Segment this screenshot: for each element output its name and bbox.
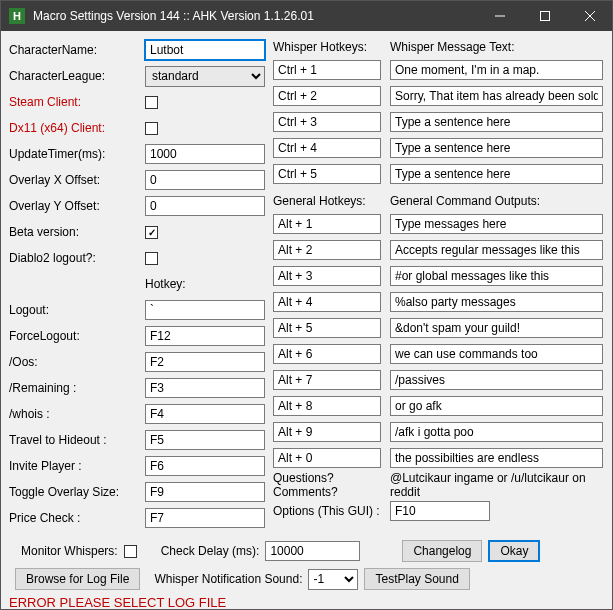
general-output-5[interactable] (390, 318, 603, 338)
general-outputs-header: General Command Outputs: (390, 191, 604, 211)
whisper-message-1[interactable] (390, 60, 603, 80)
whisper-message-5[interactable] (390, 164, 603, 184)
whisper-hotkey-4[interactable] (273, 138, 381, 158)
hotkeys-column: Whisper Hotkeys: General Hotkeys: Questi… (273, 37, 382, 531)
whisper-message-3[interactable] (390, 112, 603, 132)
testplay-sound-button[interactable]: TestPlay Sound (364, 568, 469, 590)
left-column: CharacterName: CharacterLeague:standard … (9, 37, 265, 531)
general-hotkey-6[interactable] (273, 344, 381, 364)
window-title: Macro Settings Version 144 :: AHK Versio… (33, 9, 477, 23)
travel-hideout-input[interactable] (145, 430, 265, 450)
general-hotkey-1[interactable] (273, 214, 381, 234)
whisper-hotkeys-header: Whisper Hotkeys: (273, 37, 382, 57)
titlebar: H Macro Settings Version 144 :: AHK Vers… (1, 1, 612, 31)
check-delay-label: Check Delay (ms): (161, 544, 260, 558)
window-controls (477, 1, 612, 31)
beta-version-checkbox[interactable] (145, 226, 158, 239)
dx11-client-checkbox[interactable] (145, 122, 158, 135)
toggle-overlay-input[interactable] (145, 482, 265, 502)
whisper-hotkey-1[interactable] (273, 60, 381, 80)
general-output-8[interactable] (390, 396, 603, 416)
invite-player-label: Invite Player : (9, 459, 145, 473)
overlay-x-label: Overlay X Offset: (9, 173, 145, 187)
general-output-6[interactable] (390, 344, 603, 364)
general-hotkey-9[interactable] (273, 422, 381, 442)
whisper-sound-select[interactable]: -1 (308, 569, 358, 590)
character-league-label: CharacterLeague: (9, 69, 145, 83)
options-gui-label: Options (This GUI) : (273, 501, 382, 521)
check-delay-input[interactable] (265, 541, 360, 561)
logout-label: Logout: (9, 303, 145, 317)
steam-client-checkbox[interactable] (145, 96, 158, 109)
whois-label: /whois : (9, 407, 145, 421)
maximize-button[interactable] (522, 1, 567, 31)
general-output-4[interactable] (390, 292, 603, 312)
error-message: ERROR PLEASE SELECT LOG FILE (9, 593, 604, 610)
general-output-3[interactable] (390, 266, 603, 286)
overlay-y-input[interactable] (145, 196, 265, 216)
close-button[interactable] (567, 1, 612, 31)
travel-hideout-label: Travel to Hideout : (9, 433, 145, 447)
character-name-label: CharacterName: (9, 43, 145, 57)
overlay-y-label: Overlay Y Offset: (9, 199, 145, 213)
price-check-input[interactable] (145, 508, 265, 528)
character-name-input[interactable] (145, 40, 265, 60)
toggle-overlay-label: Toggle Overlay Size: (9, 485, 145, 499)
general-hotkey-2[interactable] (273, 240, 381, 260)
general-hotkeys-header: General Hotkeys: (273, 191, 382, 211)
force-logout-label: ForceLogout: (9, 329, 145, 343)
general-hotkey-7[interactable] (273, 370, 381, 390)
general-hotkey-10[interactable] (273, 448, 381, 468)
whisper-message-4[interactable] (390, 138, 603, 158)
whisper-message-2[interactable] (390, 86, 603, 106)
content-area: CharacterName: CharacterLeague:standard … (1, 31, 612, 537)
browse-log-button[interactable]: Browse for Log File (15, 568, 140, 590)
update-timer-input[interactable] (145, 144, 265, 164)
monitor-whispers-label: Monitor Whispers: (21, 544, 118, 558)
minimize-button[interactable] (477, 1, 522, 31)
hotkey-header: Hotkey: (145, 277, 186, 291)
whisper-hotkey-2[interactable] (273, 86, 381, 106)
whisper-message-header: Whisper Message Text: (390, 37, 604, 57)
whisper-sound-label: Whisper Notification Sound: (154, 572, 302, 586)
oos-input[interactable] (145, 352, 265, 372)
remaining-input[interactable] (145, 378, 265, 398)
diablo2-logout-label: Diablo2 logout?: (9, 251, 145, 265)
whisper-hotkey-5[interactable] (273, 164, 381, 184)
general-hotkey-5[interactable] (273, 318, 381, 338)
bottom-area: Monitor Whispers: Check Delay (ms): Chan… (1, 537, 612, 610)
general-output-9[interactable] (390, 422, 603, 442)
questions-label: Questions? Comments? (273, 475, 382, 495)
general-hotkey-8[interactable] (273, 396, 381, 416)
general-hotkey-3[interactable] (273, 266, 381, 286)
whois-input[interactable] (145, 404, 265, 424)
character-league-select[interactable]: standard (145, 66, 265, 87)
oos-label: /Oos: (9, 355, 145, 369)
messages-column: Whisper Message Text: General Command Ou… (390, 37, 604, 531)
whisper-hotkey-3[interactable] (273, 112, 381, 132)
dx11-client-label: Dx11 (x64) Client: (9, 121, 145, 135)
general-output-10[interactable] (390, 448, 603, 468)
diablo2-logout-checkbox[interactable] (145, 252, 158, 265)
price-check-label: Price Check : (9, 511, 145, 525)
general-hotkey-4[interactable] (273, 292, 381, 312)
logout-input[interactable] (145, 300, 265, 320)
beta-version-label: Beta version: (9, 225, 145, 239)
app-window: H Macro Settings Version 144 :: AHK Vers… (0, 0, 613, 610)
monitor-whispers-checkbox[interactable] (124, 545, 137, 558)
okay-button[interactable]: Okay (488, 540, 540, 562)
options-gui-input[interactable] (390, 501, 490, 521)
changelog-button[interactable]: Changelog (402, 540, 482, 562)
update-timer-label: UpdateTimer(ms): (9, 147, 145, 161)
remaining-label: /Remaining : (9, 381, 145, 395)
overlay-x-input[interactable] (145, 170, 265, 190)
app-icon: H (9, 8, 25, 24)
force-logout-input[interactable] (145, 326, 265, 346)
steam-client-label: Steam Client: (9, 95, 145, 109)
general-output-1[interactable] (390, 214, 603, 234)
general-output-2[interactable] (390, 240, 603, 260)
questions-value: @Lutcikaur ingame or /u/lutcikaur on red… (390, 471, 604, 499)
svg-rect-1 (540, 12, 549, 21)
general-output-7[interactable] (390, 370, 603, 390)
invite-player-input[interactable] (145, 456, 265, 476)
